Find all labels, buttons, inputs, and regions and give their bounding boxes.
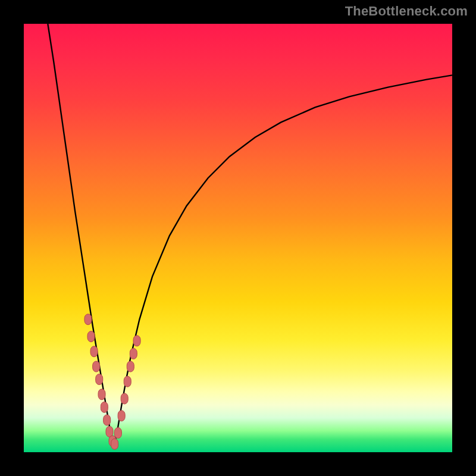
chart-svg: [24, 24, 452, 452]
data-marker: [124, 376, 131, 387]
data-marker: [104, 415, 111, 425]
watermark-text: TheBottleneck.com: [345, 4, 468, 19]
data-marker: [96, 374, 103, 385]
data-marker: [90, 346, 98, 357]
data-markers: [84, 314, 140, 450]
data-marker: [98, 389, 105, 400]
data-marker: [106, 426, 113, 437]
data-marker: [114, 428, 121, 439]
data-marker: [101, 402, 108, 412]
right-branch-curve: [114, 75, 452, 447]
chart-frame: TheBottleneck.com: [0, 0, 476, 476]
plot-area: [24, 24, 452, 452]
curve-right: [114, 75, 452, 447]
data-marker: [130, 348, 137, 359]
data-marker: [93, 361, 100, 372]
data-marker: [118, 411, 125, 421]
data-marker: [111, 439, 118, 449]
data-marker: [84, 314, 92, 325]
data-marker: [133, 336, 140, 346]
curve-left: [48, 24, 114, 448]
data-marker: [87, 331, 95, 342]
data-marker: [121, 393, 128, 404]
left-branch-curve: [48, 24, 114, 448]
data-marker: [127, 361, 134, 372]
